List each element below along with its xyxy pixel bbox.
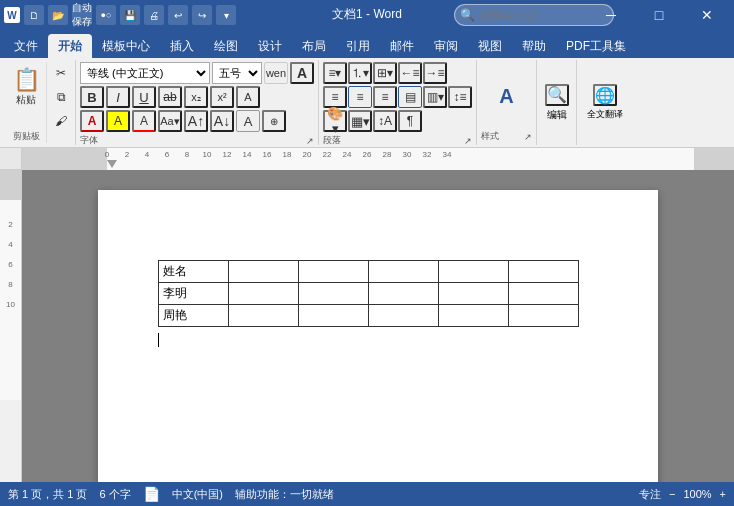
columns-btn[interactable]: ▥▾ <box>423 86 447 108</box>
search-bar[interactable]: 🔍 <box>454 4 614 26</box>
bold-button[interactable]: B <box>80 86 104 108</box>
phonetic-btn[interactable]: ⊕ <box>262 110 286 132</box>
autosave-toggle[interactable]: 自动保存 <box>72 5 92 25</box>
align-center-btn[interactable]: ≡ <box>348 86 372 108</box>
show-hide-btn[interactable]: ¶ <box>398 110 422 132</box>
tab-view[interactable]: 视图 <box>468 34 512 58</box>
shading-btn[interactable]: 🎨▾ <box>323 110 347 132</box>
zoom-in-btn[interactable]: + <box>720 488 726 500</box>
word-table[interactable]: 姓名 李明 周艳 <box>158 260 579 327</box>
language[interactable]: 中文(中国) <box>172 487 223 502</box>
find-btn[interactable]: 🔍 <box>545 84 569 106</box>
table-cell-2-5[interactable] <box>439 305 509 327</box>
cut-button[interactable]: ✂ <box>49 62 73 84</box>
superscript-button[interactable]: x² <box>210 86 234 108</box>
maximize-button[interactable]: □ <box>636 0 682 30</box>
justify-btn[interactable]: ▤ <box>398 86 422 108</box>
left-indent-marker[interactable] <box>107 160 117 168</box>
font-color-A[interactable]: A <box>80 110 104 132</box>
increase-indent-btn[interactable]: →≡ <box>423 62 447 84</box>
tab-home[interactable]: 开始 <box>48 34 92 58</box>
content-area[interactable]: 软件自学网：RJZXW.COM 姓名 李明 <box>22 170 734 482</box>
ruler-corner[interactable] <box>0 148 22 170</box>
font-expand-icon[interactable]: ↗ <box>306 136 314 146</box>
font-size-select[interactable]: 五号 <box>212 62 262 84</box>
view-icon[interactable]: 📄 <box>143 486 160 502</box>
tab-layout[interactable]: 布局 <box>292 34 336 58</box>
font-border-btn[interactable]: A <box>236 110 260 132</box>
tab-pdf[interactable]: PDF工具集 <box>556 34 636 58</box>
table-cell-header-3[interactable] <box>299 261 369 283</box>
italic-button[interactable]: I <box>106 86 130 108</box>
focus-button[interactable]: 专注 <box>639 487 661 502</box>
highlight-button[interactable]: A <box>106 110 130 132</box>
list-multilevel-btn[interactable]: ⊞▾ <box>373 62 397 84</box>
tab-mailings[interactable]: 邮件 <box>380 34 424 58</box>
table-cell-2-4[interactable] <box>369 305 439 327</box>
subscript-button[interactable]: x₂ <box>184 86 208 108</box>
close-button[interactable]: ✕ <box>684 0 730 30</box>
table-cell-1-1[interactable]: 李明 <box>159 283 229 305</box>
save-button[interactable]: 💾 <box>120 5 140 25</box>
align-right-btn[interactable]: ≡ <box>373 86 397 108</box>
table-cell-2-3[interactable] <box>299 305 369 327</box>
tab-review[interactable]: 审阅 <box>424 34 468 58</box>
table-cell-header-1[interactable]: 姓名 <box>159 261 229 283</box>
table-cell-header-4[interactable] <box>369 261 439 283</box>
cursor-position[interactable] <box>158 331 598 349</box>
search-input[interactable] <box>454 4 614 26</box>
table-cell-1-4[interactable] <box>369 283 439 305</box>
styles-A[interactable]: A <box>499 85 513 108</box>
copy-button[interactable]: ⧉ <box>49 86 73 108</box>
tab-template[interactable]: 模板中心 <box>92 34 160 58</box>
strikethrough-button[interactable]: ab <box>158 86 182 108</box>
table-cell-1-5[interactable] <box>439 283 509 305</box>
table-cell-2-6[interactable] <box>509 305 579 327</box>
table-cell-1-6[interactable] <box>509 283 579 305</box>
clear-format-button[interactable]: A <box>236 86 260 108</box>
list-number-btn[interactable]: ⒈▾ <box>348 62 372 84</box>
underline-button[interactable]: U <box>132 86 156 108</box>
paste-button[interactable]: 📋 粘贴 <box>9 62 44 112</box>
redo-button[interactable]: ↪ <box>192 5 212 25</box>
table-cell-1-2[interactable] <box>229 283 299 305</box>
table-cell-header-2[interactable] <box>229 261 299 283</box>
decrease-indent-btn[interactable]: ←≡ <box>398 62 422 84</box>
table-cell-header-6[interactable] <box>509 261 579 283</box>
format-painter-button[interactable]: 🖌 <box>49 110 73 132</box>
tab-references[interactable]: 引用 <box>336 34 380 58</box>
border-btn[interactable]: ▦▾ <box>348 110 372 132</box>
font-A-btn[interactable]: A <box>290 62 314 84</box>
font-shrink-btn[interactable]: A↓ <box>210 110 234 132</box>
list-bullet-btn[interactable]: ≡▾ <box>323 62 347 84</box>
open-button[interactable]: 📂 <box>48 5 68 25</box>
zoom-out-btn[interactable]: − <box>669 488 675 500</box>
table-cell-header-5[interactable] <box>439 261 509 283</box>
vertical-ruler: 2 4 6 8 10 <box>0 170 22 482</box>
align-left-btn[interactable]: ≡ <box>323 86 347 108</box>
table-cell-2-2[interactable] <box>229 305 299 327</box>
table-cell-1-3[interactable] <box>299 283 369 305</box>
print-button[interactable]: 🖨 <box>144 5 164 25</box>
translate-btn[interactable]: 🌐 <box>593 84 617 106</box>
document-page[interactable]: 软件自学网：RJZXW.COM 姓名 李明 <box>98 190 658 482</box>
tab-help[interactable]: 帮助 <box>512 34 556 58</box>
sort-btn[interactable]: ↕A <box>373 110 397 132</box>
tab-design[interactable]: 设计 <box>248 34 292 58</box>
paragraph-expand-icon[interactable]: ↗ <box>464 136 472 146</box>
line-spacing-btn[interactable]: ↕≡ <box>448 86 472 108</box>
font-case-btn[interactable]: Aa▾ <box>158 110 182 132</box>
styles-expand-icon[interactable]: ↗ <box>524 132 532 142</box>
tab-insert[interactable]: 插入 <box>160 34 204 58</box>
table-cell-2-1[interactable]: 周艳 <box>159 305 229 327</box>
font-color-btn[interactable]: A <box>132 110 156 132</box>
new-button[interactable]: 🗋 <box>24 5 44 25</box>
font-grow-btn[interactable]: A↑ <box>184 110 208 132</box>
toggle-switch[interactable]: ●○ <box>96 5 116 25</box>
undo-button[interactable]: ↩ <box>168 5 188 25</box>
more-tools[interactable]: ▾ <box>216 5 236 25</box>
font-size-label-btn[interactable]: wen <box>264 62 288 84</box>
tab-draw[interactable]: 绘图 <box>204 34 248 58</box>
font-name-select[interactable]: 等线 (中文正文) <box>80 62 210 84</box>
tab-file[interactable]: 文件 <box>4 34 48 58</box>
